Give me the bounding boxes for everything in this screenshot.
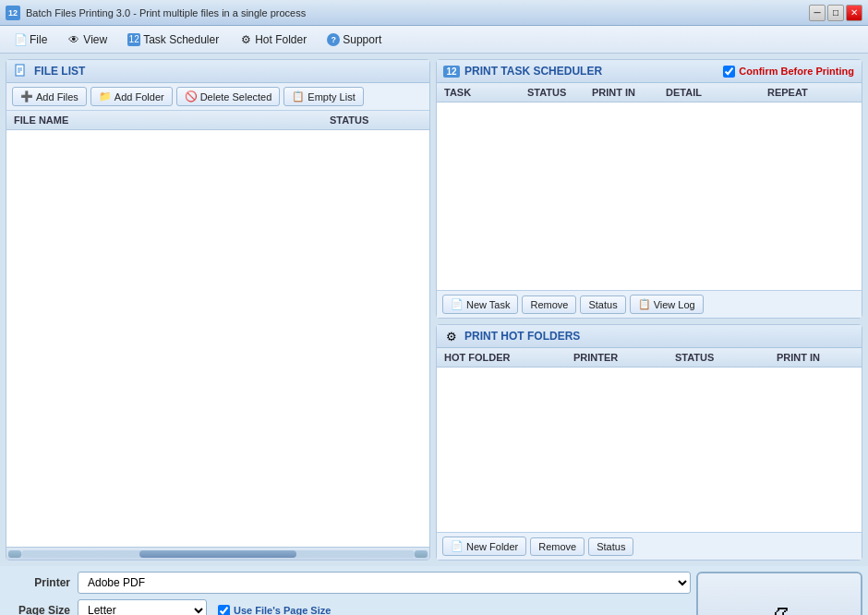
folder-status-label: Status bbox=[597, 541, 625, 552]
file-list-toolbar: ➕ Add Files 📁 Add Folder 🚫 Delete Select… bbox=[6, 83, 429, 111]
task-scheduler-panel: 12 PRINT TASK SCHEDULER Confirm Before P… bbox=[436, 59, 862, 319]
horizontal-scrollbar[interactable] bbox=[6, 547, 429, 560]
add-files-button[interactable]: ➕ Add Files bbox=[12, 87, 87, 106]
col-task-repeat: REPEAT bbox=[767, 87, 854, 98]
col-task-printin: PRINT IN bbox=[592, 87, 666, 98]
task-remove-button[interactable]: Remove bbox=[522, 295, 576, 314]
hot-folder-menu-icon: ⚙ bbox=[239, 33, 252, 46]
task-status-label: Status bbox=[588, 299, 617, 310]
new-task-button[interactable]: 📄 New Task bbox=[442, 295, 518, 314]
add-files-icon: ➕ bbox=[20, 90, 33, 102]
menu-view-label: View bbox=[83, 33, 107, 46]
printer-label: Printer bbox=[6, 576, 70, 589]
task-list-body bbox=[437, 102, 862, 290]
folder-remove-button[interactable]: Remove bbox=[530, 537, 585, 556]
right-panel: 12 PRINT TASK SCHEDULER Confirm Before P… bbox=[436, 59, 862, 561]
file-menu-icon: 📄 bbox=[14, 33, 27, 46]
scheduler-header-content: PRINT TASK SCHEDULER Confirm Before Prin… bbox=[464, 65, 854, 78]
menu-support-label: Support bbox=[343, 33, 381, 46]
folder-status-button[interactable]: Status bbox=[588, 537, 633, 556]
col-task: TASK bbox=[444, 87, 527, 98]
menu-task-label: Task Scheduler bbox=[143, 33, 219, 46]
window-title: Batch Files Printing 3.0 - Print multipl… bbox=[26, 7, 306, 18]
task-scheduler-title: PRINT TASK SCHEDULER bbox=[464, 65, 602, 78]
delete-label: Delete Selected bbox=[200, 91, 272, 102]
col-hf-status: STATUS bbox=[675, 352, 777, 363]
new-folder-button[interactable]: 📄 New Folder bbox=[442, 537, 526, 556]
page-size-select[interactable]: Letter bbox=[78, 599, 207, 615]
add-files-label: Add Files bbox=[36, 91, 78, 102]
scheduler-icon: 12 bbox=[444, 64, 459, 78]
task-columns: TASK STATUS PRINT IN DETAIL REPEAT bbox=[437, 83, 862, 102]
main-area: FILE LIST ➕ Add Files 📁 Add Folder 🚫 Del… bbox=[0, 54, 868, 566]
menu-file-label: File bbox=[30, 33, 47, 46]
support-menu-icon: ? bbox=[327, 33, 340, 46]
start-printing-icon: 🖨 bbox=[766, 601, 792, 616]
menu-bar: 📄 File 👁 View 12 Task Scheduler ⚙ Hot Fo… bbox=[0, 26, 868, 54]
start-printing-button[interactable]: 🖨 Start Printing bbox=[696, 572, 862, 615]
hot-folders-header: ⚙ PRINT HOT FOLDERS bbox=[437, 325, 862, 348]
page-size-label: Page Size bbox=[6, 604, 70, 615]
folder-toolbar: 📄 New Folder Remove Status bbox=[437, 532, 862, 560]
hot-folder-body bbox=[437, 368, 862, 532]
col-hot-folder: HOT FOLDER bbox=[444, 352, 573, 363]
add-folder-button[interactable]: 📁 Add Folder bbox=[90, 87, 173, 106]
col-file-name: FILE NAME bbox=[14, 115, 330, 126]
hot-folders-title: PRINT HOT FOLDERS bbox=[464, 330, 580, 343]
scroll-right-btn[interactable] bbox=[415, 550, 428, 558]
confirm-label-group: Confirm Before Printing bbox=[723, 66, 854, 78]
file-list-title: FILE LIST bbox=[34, 65, 85, 78]
task-menu-icon: 12 bbox=[127, 33, 140, 46]
menu-support[interactable]: ? Support bbox=[319, 30, 390, 50]
empty-list-button[interactable]: 📋 Empty List bbox=[283, 87, 363, 106]
col-hf-printer: PRINTER bbox=[573, 352, 675, 363]
task-remove-label: Remove bbox=[530, 299, 568, 310]
col-task-detail: DETAIL bbox=[666, 87, 767, 98]
file-list-header: FILE LIST bbox=[6, 60, 429, 83]
use-file-page-size-checkbox[interactable] bbox=[218, 605, 230, 616]
task-scheduler-header: 12 PRINT TASK SCHEDULER Confirm Before P… bbox=[437, 60, 862, 83]
bottom-area: Printer Adobe PDF Page Size Letter Use F… bbox=[0, 566, 868, 615]
task-status-button[interactable]: Status bbox=[580, 295, 625, 314]
file-list-columns: FILE NAME STATUS bbox=[6, 111, 429, 130]
file-list-body bbox=[6, 130, 429, 547]
file-list-icon bbox=[14, 64, 29, 78]
use-file-page-size-label: Use File's Page Size bbox=[234, 605, 331, 615]
menu-view[interactable]: 👁 View bbox=[59, 30, 115, 50]
scrollbar-thumb[interactable] bbox=[139, 550, 296, 558]
new-folder-label: New Folder bbox=[466, 541, 518, 552]
col-hf-printin: PRINT IN bbox=[777, 352, 854, 363]
delete-selected-button[interactable]: 🚫 Delete Selected bbox=[176, 87, 281, 106]
file-list-panel: FILE LIST ➕ Add Files 📁 Add Folder 🚫 Del… bbox=[6, 59, 430, 561]
view-log-label: View Log bbox=[654, 299, 695, 310]
title-controls: ─ □ ✕ bbox=[809, 5, 862, 21]
view-menu-icon: 👁 bbox=[67, 33, 80, 46]
scroll-left-btn[interactable] bbox=[8, 550, 21, 558]
empty-label: Empty List bbox=[307, 91, 355, 102]
add-folder-label: Add Folder bbox=[115, 91, 164, 102]
menu-hot-folder[interactable]: ⚙ Hot Folder bbox=[231, 30, 315, 50]
confirm-checkbox[interactable] bbox=[723, 66, 735, 78]
settings-form: Printer Adobe PDF Page Size Letter Use F… bbox=[6, 572, 691, 615]
new-folder-icon: 📄 bbox=[451, 540, 464, 552]
scrollbar-track[interactable] bbox=[21, 550, 415, 558]
use-file-page-size-group: Use File's Page Size bbox=[218, 605, 331, 616]
new-task-icon: 📄 bbox=[451, 298, 464, 310]
maximize-button[interactable]: □ bbox=[827, 5, 844, 21]
minimize-button[interactable]: ─ bbox=[809, 5, 826, 21]
delete-icon: 🚫 bbox=[185, 90, 198, 102]
folder-remove-label: Remove bbox=[538, 541, 576, 552]
menu-task-scheduler[interactable]: 12 Task Scheduler bbox=[119, 30, 227, 50]
confirm-text: Confirm Before Printing bbox=[739, 66, 854, 77]
title-bar: 12 Batch Files Printing 3.0 - Print mult… bbox=[0, 0, 868, 26]
page-size-row: Page Size Letter Use File's Page Size bbox=[6, 599, 691, 615]
hot-folders-panel: ⚙ PRINT HOT FOLDERS HOT FOLDER PRINTER S… bbox=[436, 324, 862, 561]
view-log-button[interactable]: 📋 View Log bbox=[630, 295, 704, 314]
close-button[interactable]: ✕ bbox=[846, 5, 862, 21]
task-toolbar: 📄 New Task Remove Status 📋 View Log bbox=[437, 290, 862, 318]
printer-select[interactable]: Adobe PDF bbox=[78, 572, 691, 594]
app-icon: 12 bbox=[6, 6, 20, 20]
menu-file[interactable]: 📄 File bbox=[6, 30, 55, 50]
hot-folder-icon: ⚙ bbox=[444, 329, 459, 344]
new-task-label: New Task bbox=[466, 299, 510, 310]
